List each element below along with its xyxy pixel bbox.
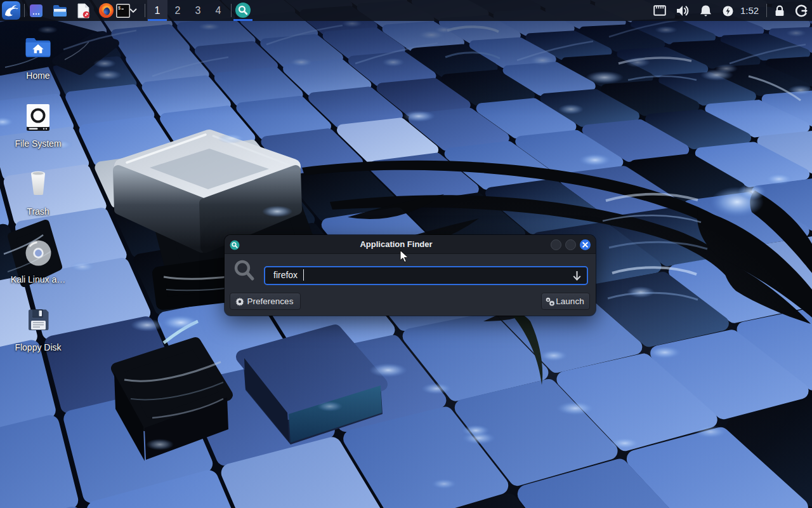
svg-text:$: $ <box>118 6 121 11</box>
